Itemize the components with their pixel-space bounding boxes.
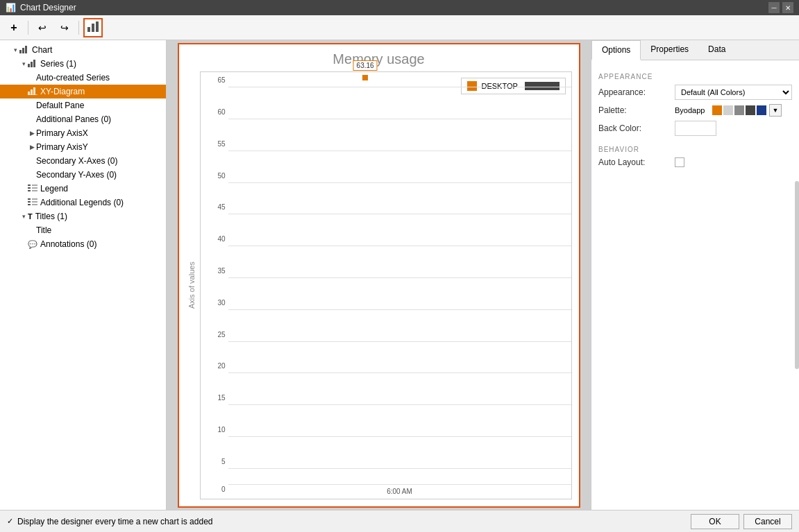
designer-checkbox-label: Display the designer every time a new ch… [17,517,212,526]
y-label-5: 5 [221,457,226,465]
close-button[interactable]: ✕ [782,2,793,13]
minimize-button[interactable]: ─ [768,2,780,13]
arrow-additional-panes [28,115,36,123]
legend-icon [28,184,37,194]
grid-line-35 [228,277,571,278]
tree-item-titles[interactable]: ▾ T Titles (1) [0,209,166,223]
add-button[interactable]: + [4,18,24,37]
bottom-left: ✓ Display the designer every time a new … [7,517,212,526]
y-label-0: 0 [221,486,226,493]
tree-item-default-pane[interactable]: Default Pane [0,98,166,112]
tree-label-secondary-x-axes: Secondary X-Axes (0) [36,156,117,166]
tree-item-additional-legends[interactable]: Additional Legends (0) [0,196,166,209]
appearance-label: Appearance: [598,87,675,97]
y-label-45: 45 [217,203,225,211]
tree-label-titles: Titles (1) [35,212,67,221]
tree-item-chart[interactable]: ▾ Chart [0,43,166,57]
title-bar-title: Chart Designer [20,3,76,12]
tree-item-legend[interactable]: Legend [0,182,166,196]
auto-layout-row: Auto Layout: [598,157,792,167]
tree-item-series[interactable]: ▾ Series (1) [0,57,166,71]
svg-rect-0 [87,27,90,32]
tree-label-secondary-y-axes: Secondary Y-Axes (0) [36,170,117,180]
tree-label-annotations: Annotations (0) [40,239,96,249]
svg-rect-19 [28,198,31,200]
tree-item-primary-axisx[interactable]: ▶ Primary AxisX [0,126,166,140]
appearance-select[interactable]: Default (All Colors) [675,85,792,100]
back-color-label: Back Color: [598,123,675,133]
tab-properties[interactable]: Properties [641,40,698,60]
palette-dropdown-btn[interactable]: ▼ [769,104,782,117]
svg-rect-23 [28,204,31,205]
xy-diagram-icon [28,87,37,96]
y-label-50: 50 [217,171,225,179]
chart-grid: 63.16 [228,72,571,485]
svg-rect-6 [28,64,30,67]
tree-item-auto-series[interactable]: Auto-created Series [0,71,166,85]
arrow-legend [19,185,28,193]
chart-type-button[interactable] [83,18,103,37]
left-panel: ▾ Chart ▾ Series (1) Auto-created Series [0,40,167,510]
tree-label-legend: Legend [40,184,68,194]
x-axis-labels: 6:00 AM [228,485,571,499]
arrow-title [28,226,36,234]
right-panel: Options Properties Data APPEARANCE Appea… [591,40,799,510]
swatch-orange [712,105,722,115]
tree-item-primary-axisy[interactable]: ▶ Primary AxisY [0,140,166,154]
tabs-bar: Options Properties Data [591,40,799,60]
grid-line-65 [228,87,571,87]
svg-rect-21 [28,201,31,203]
data-tooltip: 63.16 [353,60,378,71]
tree-item-xy-diagram[interactable]: XY-Diagram [0,85,166,98]
chart-body: Axis of values DESKTOP- 65 60 55 50 [186,71,572,499]
tree-label-additional-legends: Additional Legends (0) [40,198,124,207]
svg-rect-3 [19,50,22,53]
svg-rect-4 [22,48,24,53]
tree-item-secondary-y-axes[interactable]: Secondary Y-Axes (0) [0,168,166,182]
check-icon: ✓ [7,517,13,526]
auto-layout-checkbox[interactable] [675,157,684,167]
tree-item-additional-panes[interactable]: Additional Panes (0) [0,112,166,126]
add-icon: + [10,22,17,34]
tab-data[interactable]: Data [698,40,735,60]
svg-rect-11 [33,87,35,95]
y-label-30: 30 [217,298,225,306]
back-color-row: Back Color: [598,121,792,136]
grid-line-25 [228,341,571,342]
tree-item-title[interactable]: Title [0,223,166,237]
y-label-60: 60 [217,108,225,115]
back-color-box[interactable] [675,121,716,136]
arrow-default-pane [28,101,36,110]
tree-label-primary-axisy: Primary AxisY [36,142,88,152]
right-scrollbar [795,181,799,369]
chart-type-icon [87,20,99,35]
svg-rect-2 [96,22,99,32]
auto-layout-label: Auto Layout: [598,157,675,167]
chart-title: Memory usage [186,51,572,67]
toolbar-separator [28,21,28,35]
tab-options[interactable]: Options [591,40,641,60]
chart-inner: DESKTOP- 65 60 55 50 45 40 35 30 25 [200,71,572,499]
tree-label-additional-panes: Additional Panes (0) [36,114,111,124]
grid-line-5 [228,468,571,469]
tree-item-secondary-x-axes[interactable]: Secondary X-Axes (0) [0,154,166,168]
redo-button[interactable]: ↪ [55,18,74,37]
appearance-value: Default (All Colors) [675,85,792,100]
tab-content-options: APPEARANCE Appearance: Default (All Colo… [591,60,799,510]
tree-item-annotations[interactable]: 💬 Annotations (0) [0,237,166,251]
svg-rect-7 [31,62,33,67]
chart-tree-icon [19,45,29,55]
data-point [362,75,368,80]
toolbar: + ↩ ↪ [0,15,799,40]
arrow-secondary-x [28,157,36,165]
svg-rect-15 [28,187,31,189]
appearance-row: Appearance: Default (All Colors) [598,85,792,100]
palette-row: Palette: Byodapp ▼ [598,104,792,117]
ok-button[interactable]: OK [691,514,739,529]
main-container: ▾ Chart ▾ Series (1) Auto-created Series [0,40,799,510]
y-label-25: 25 [217,330,225,338]
y-label-65: 65 [217,76,225,84]
cancel-button[interactable]: Cancel [743,514,792,529]
grid-line-20 [228,372,571,373]
undo-button[interactable]: ↩ [33,18,52,37]
